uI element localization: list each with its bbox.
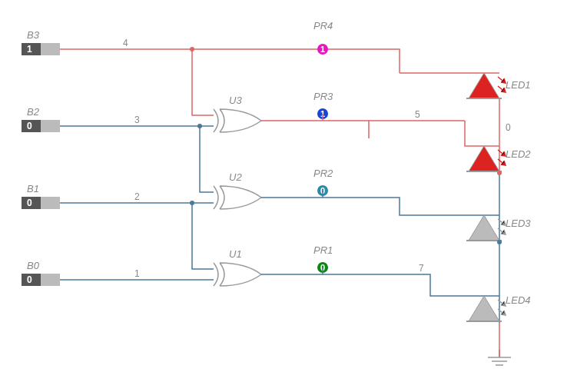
svg-text:4: 4 <box>123 38 128 48</box>
svg-text:1: 1 <box>134 268 140 279</box>
svg-text:0: 0 <box>27 274 32 285</box>
svg-text:PR3: PR3 <box>313 91 333 102</box>
svg-text:1: 1 <box>27 44 32 55</box>
svg-text:LED2: LED2 <box>506 148 531 160</box>
svg-marker-42 <box>469 73 499 98</box>
led-LED1: LED1 <box>400 65 531 98</box>
svg-text:PR2: PR2 <box>313 168 333 179</box>
svg-text:PR4: PR4 <box>313 20 333 32</box>
probe-PR2: PR2 0 <box>313 168 333 196</box>
svg-text:U1: U1 <box>229 248 242 260</box>
svg-text:7: 7 <box>419 263 424 274</box>
svg-text:2: 2 <box>134 191 140 202</box>
svg-text:B3: B3 <box>27 29 40 41</box>
svg-point-47 <box>497 171 502 175</box>
probe-PR3: PR3 1 <box>313 91 333 119</box>
svg-text:U2: U2 <box>229 171 242 183</box>
svg-text:0: 0 <box>27 121 32 131</box>
svg-text:3: 3 <box>134 115 140 125</box>
svg-marker-53 <box>469 296 499 321</box>
svg-marker-45 <box>469 146 499 171</box>
svg-text:B2: B2 <box>27 106 40 118</box>
gate-U3: U3 <box>214 95 261 132</box>
svg-text:PR1: PR1 <box>313 244 333 256</box>
svg-text:B0: B0 <box>27 260 40 271</box>
gate-U1: U1 <box>214 248 261 286</box>
svg-text:LED1: LED1 <box>506 79 531 91</box>
svg-text:0: 0 <box>506 122 511 133</box>
switch-B3[interactable]: B3 1 <box>22 29 60 55</box>
led-LED2: LED2 <box>465 138 531 175</box>
svg-text:1: 1 <box>320 45 325 54</box>
gate-U2: U2 <box>214 171 261 209</box>
svg-marker-49 <box>469 215 499 241</box>
svg-text:U3: U3 <box>229 95 242 106</box>
svg-text:5: 5 <box>415 109 420 120</box>
svg-point-51 <box>497 240 502 244</box>
ground-icon <box>488 323 511 365</box>
circuit-diagram: B3 1 B2 0 B1 0 B0 0 4 3 2 1 <box>0 0 577 392</box>
svg-text:LED4: LED4 <box>506 294 531 306</box>
led-LED3: LED3 <box>400 204 531 244</box>
switch-B0[interactable]: B0 0 <box>22 260 60 286</box>
svg-text:LED3: LED3 <box>506 218 531 229</box>
svg-text:0: 0 <box>27 198 32 208</box>
svg-text:B1: B1 <box>27 183 39 194</box>
switch-B2[interactable]: B2 0 <box>22 106 60 132</box>
led-LED4: LED4 <box>430 288 531 321</box>
switch-B1[interactable]: B1 0 <box>22 183 60 209</box>
